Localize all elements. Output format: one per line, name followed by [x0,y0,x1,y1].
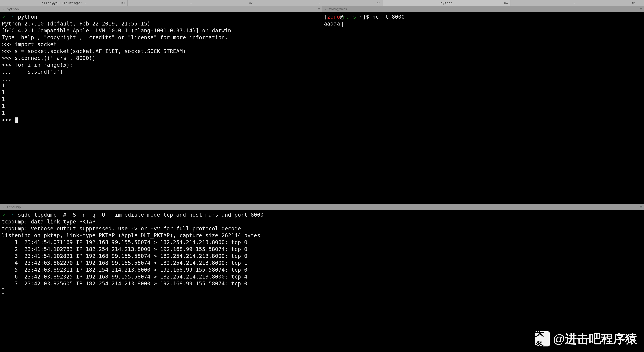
tab-shortcut: ⌘3 [377,1,380,5]
pane-right-titlebar[interactable]: ✕ zoro@mars ≡ [322,6,644,12]
watermark-logo-text: 头条 [534,326,550,352]
tab-label: python [440,1,452,5]
pane-left-title: python [7,7,19,11]
close-icon[interactable]: ✕ [324,7,328,11]
pane-bottom-titlebar[interactable]: ✕ tcpdump ≡ [0,204,644,210]
tab-shortcut: ⌘1 [122,1,125,5]
tab-label: ~ [190,1,192,5]
pane-right-title: zoro@mars [329,7,347,11]
upper-split: ✕ python ≡ ➜ ~ python Python 2.7.10 (def… [0,6,644,204]
tab-shortcut: ⌘2 [249,1,253,5]
window-tab-3[interactable]: ~⌘3 [255,0,383,6]
window-tab-4[interactable]: python⌘4 [383,0,510,6]
workspace: ✕ python ≡ ➜ ~ python Python 2.7.10 (def… [0,6,644,352]
tab-label: allen@yq01-liufeng27:~ [42,1,86,5]
watermark-handle: @进击吧程序猿 [553,331,637,347]
close-icon[interactable]: ✕ [2,7,5,11]
watermark: 头条 @进击吧程序猿 [534,331,637,347]
close-icon[interactable]: ✕ [2,205,5,209]
window-tab-5[interactable]: ~⌘5 [510,0,638,6]
tab-label: ~ [318,1,320,5]
pane-bottom-title: tcpdump [7,205,21,209]
hamburger-icon[interactable]: ≡ [640,7,642,11]
window-tab-1[interactable]: allen@yq01-liufeng27:~⌘1 [0,0,128,6]
new-tab-button[interactable]: + [638,0,644,6]
tab-shortcut: ⌘4 [504,1,508,5]
window-tab-2[interactable]: ~⌘2 [128,0,255,6]
pane-left[interactable]: ✕ python ≡ ➜ ~ python Python 2.7.10 (def… [0,6,322,204]
hamburger-icon[interactable]: ≡ [318,7,320,11]
tab-label: ~ [573,1,575,5]
cursor [340,22,343,27]
hamburger-icon[interactable]: ≡ [640,205,642,209]
pane-right[interactable]: ✕ zoro@mars ≡ [zoro@mars ~]$ nc -l 8000 … [322,6,644,204]
window-tab-bar: allen@yq01-liufeng27:~⌘1~⌘2~⌘3python⌘4~⌘… [0,0,644,6]
terminal-left[interactable]: ➜ ~ python Python 2.7.10 (default, Feb 2… [0,12,322,204]
pane-left-titlebar[interactable]: ✕ python ≡ [0,6,322,12]
cursor [14,118,18,123]
watermark-logo: 头条 [534,331,550,346]
tab-shortcut: ⌘5 [632,1,636,5]
app-root: allen@yq01-liufeng27:~⌘1~⌘2~⌘3python⌘4~⌘… [0,0,644,352]
cursor [2,288,4,294]
terminal-right[interactable]: [zoro@mars ~]$ nc -l 8000 aaaaa [322,12,644,204]
